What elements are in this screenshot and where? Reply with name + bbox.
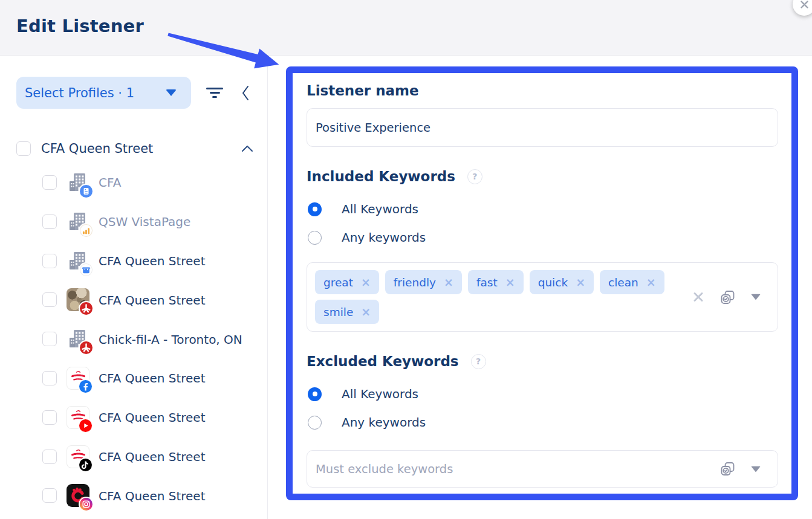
collapse-group-button[interactable] [241, 144, 254, 155]
group-checkbox[interactable] [16, 141, 31, 156]
profile-checkbox[interactable] [42, 292, 57, 307]
keyword-tag: fast [468, 270, 524, 294]
chevron-left-icon [241, 85, 250, 102]
radio-label: Any keywords [342, 230, 426, 245]
profile-checkbox[interactable] [42, 214, 57, 229]
filter-icon[interactable] [204, 86, 225, 101]
radio-option[interactable]: All Keywords [307, 386, 778, 402]
chevron-down-icon [751, 294, 761, 300]
copy-keywords-button[interactable] [719, 289, 736, 305]
app-header: Edit Listener [0, 0, 812, 56]
radio-label: All Keywords [342, 202, 418, 216]
chevron-down-icon [166, 89, 177, 96]
network-badge-icon [80, 185, 93, 198]
keyword-text: friendly [394, 276, 436, 289]
profile-label[interactable]: CFA Queen Street [99, 489, 206, 503]
page-title: Edit Listener [16, 16, 144, 36]
edit-listener-panel: Listener name Included Keywords ? All Ke… [286, 66, 798, 500]
copy-keywords-button[interactable] [719, 461, 736, 477]
radio-icon[interactable] [308, 231, 322, 245]
listener-name-label: Listener name [307, 82, 778, 100]
profile-group-row[interactable]: CFA Queen Street [16, 140, 254, 160]
keyword-tag: clean [600, 270, 664, 294]
profile-avatar [67, 210, 89, 233]
keyword-tag: quick [530, 270, 594, 294]
must-exclude-keywords-field[interactable] [316, 462, 681, 476]
profiles-sidebar: Select Profiles · 1 CFA Queen Street CFA [0, 56, 268, 519]
profile-avatar [67, 484, 89, 507]
profile-checkbox[interactable] [42, 450, 57, 464]
remove-keyword-icon[interactable] [444, 277, 453, 288]
profile-label[interactable]: CFA Queen Street [99, 293, 206, 308]
excluded-keywords-input[interactable] [307, 450, 778, 488]
profile-label[interactable]: Chick-fil-A - Toronto, ON [99, 332, 242, 347]
copy-select-icon [719, 289, 736, 305]
included-keywords-title: Included Keywords [307, 167, 455, 185]
profile-checkbox[interactable] [42, 254, 57, 268]
question-mark-icon[interactable]: ? [467, 169, 482, 184]
select-profiles-label: Select Profiles · 1 [25, 86, 134, 100]
profile-avatar [67, 250, 89, 272]
network-badge-icon [80, 302, 93, 315]
network-badge-icon [79, 380, 92, 393]
chevron-down-icon [751, 466, 761, 472]
profile-row[interactable]: CFA Queen Street [0, 280, 267, 320]
profile-checkbox[interactable] [42, 410, 57, 425]
keyword-tag: friendly [385, 270, 462, 294]
radio-icon[interactable] [308, 416, 322, 430]
profile-checkbox[interactable] [42, 488, 57, 503]
profile-row[interactable]: CFA Queen Street [0, 242, 267, 281]
radio-icon[interactable] [308, 387, 322, 401]
profile-label[interactable]: CFA Queen Street [99, 254, 206, 268]
profile-avatar [67, 327, 89, 350]
profile-row[interactable]: QSW VistaPage [0, 202, 267, 242]
profile-label[interactable]: CFA Queen Street [99, 371, 206, 385]
network-badge-icon [80, 498, 93, 511]
group-label: CFA Queen Street [41, 141, 153, 156]
profile-avatar [67, 171, 89, 194]
radio-option[interactable]: Any keywords [307, 414, 778, 430]
remove-keyword-icon[interactable] [576, 277, 585, 288]
keyword-text: quick [538, 276, 568, 289]
network-badge-icon [79, 459, 92, 471]
radio-label: All Keywords [342, 387, 418, 401]
radio-label: Any keywords [342, 415, 426, 430]
expand-keywords-button[interactable] [751, 294, 761, 300]
question-mark-icon[interactable]: ? [471, 354, 486, 369]
collapse-sidebar-button[interactable] [241, 85, 250, 104]
clear-keywords-button[interactable] [692, 291, 704, 303]
clear-x-icon [692, 291, 704, 303]
remove-keyword-icon[interactable] [361, 277, 371, 288]
listener-name-input[interactable] [307, 108, 778, 147]
profile-checkbox[interactable] [42, 175, 57, 190]
remove-keyword-icon[interactable] [505, 277, 515, 288]
expand-keywords-button[interactable] [751, 466, 761, 472]
profile-label[interactable]: CFA [99, 175, 121, 190]
profile-row[interactable]: CFA Queen Street [0, 437, 267, 477]
radio-icon[interactable] [308, 202, 322, 216]
profile-row[interactable]: CFA Queen Street [0, 398, 267, 437]
remove-keyword-icon[interactable] [361, 306, 371, 318]
keyword-text: fast [476, 276, 498, 289]
profile-checkbox[interactable] [42, 332, 57, 346]
profile-avatar [67, 406, 89, 429]
profile-label[interactable]: CFA Queen Street [99, 450, 206, 464]
profile-checkbox[interactable] [42, 371, 57, 385]
radio-option[interactable]: All Keywords [307, 201, 778, 217]
copy-select-icon [719, 461, 736, 477]
radio-option[interactable]: Any keywords [307, 230, 778, 245]
included-keywords-radio-group: All Keywords Any keywords [307, 201, 778, 245]
profile-row[interactable]: CFA Queen Street [0, 476, 267, 515]
profile-row[interactable]: CFA Queen Street [0, 359, 267, 398]
included-keywords-input[interactable]: great friendly fast quick clean smile [307, 262, 778, 332]
profile-row[interactable]: Chick-fil-A - Toronto, ON [0, 320, 267, 359]
profile-list: CFA QSW VistaPage CFA Queen Street CFA Q… [0, 163, 267, 515]
select-profiles-button[interactable]: Select Profiles · 1 [16, 77, 191, 109]
chevron-up-icon [241, 144, 254, 153]
profile-row[interactable]: CFA [0, 163, 267, 202]
remove-keyword-icon[interactable] [646, 277, 656, 288]
profile-label[interactable]: CFA Queen Street [99, 410, 206, 425]
network-badge-icon [79, 419, 92, 432]
profile-label[interactable]: QSW VistaPage [99, 214, 190, 229]
keyword-text: clean [608, 276, 638, 289]
